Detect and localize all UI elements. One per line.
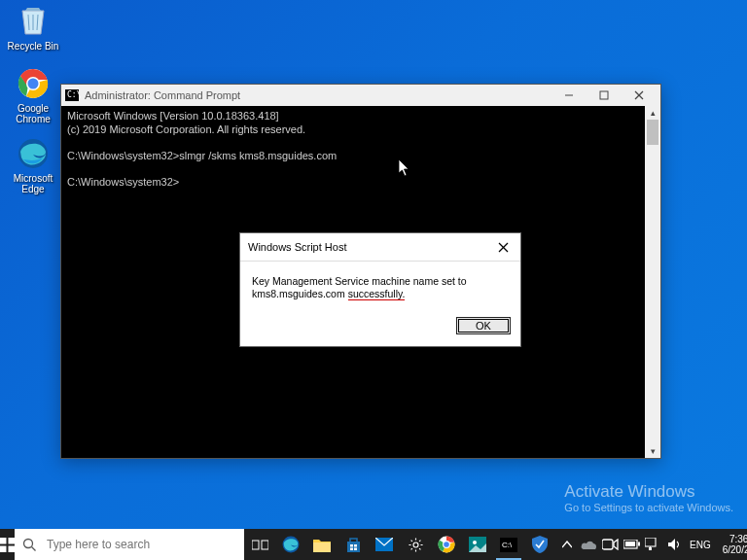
desktop: Recycle Bin Google Chrome Microsoft Edge…: [0, 0, 747, 560]
desktop-icon-edge[interactable]: Microsoft Edge: [6, 136, 60, 194]
dialog-titlebar[interactable]: Windows Script Host: [240, 233, 520, 262]
tray-network-icon[interactable]: [643, 529, 662, 560]
maximize-button[interactable]: [587, 85, 622, 106]
scroll-thumb[interactable]: [647, 120, 658, 145]
tray-battery-icon[interactable]: [622, 529, 641, 560]
desktop-icon-chrome[interactable]: Google Chrome: [6, 66, 60, 124]
search-icon: [22, 538, 37, 552]
taskbar-app-settings[interactable]: [400, 529, 431, 560]
minimize-button[interactable]: [551, 85, 587, 106]
svg-rect-12: [0, 545, 7, 552]
scroll-up-icon[interactable]: ▴: [645, 106, 660, 120]
system-tray: ENG 7:36 PM 6/20/2021: [555, 529, 747, 560]
svg-rect-32: [602, 540, 613, 549]
start-button[interactable]: [0, 529, 15, 560]
svg-text:C:\: C:\: [502, 541, 513, 549]
taskbar-app-mail[interactable]: [369, 529, 400, 560]
edge-icon: [16, 136, 51, 171]
dialog-close-button[interactable]: [493, 239, 513, 255]
tray-time: 7:36 PM: [723, 534, 747, 544]
desktop-icon-recycle-bin[interactable]: Recycle Bin: [6, 4, 60, 52]
svg-rect-34: [638, 542, 640, 546]
script-host-dialog: Windows Script Host Key Management Servi…: [239, 232, 521, 347]
scrollbar[interactable]: ▴ ▾: [645, 106, 660, 458]
taskbar-app-edge[interactable]: [275, 529, 306, 560]
svg-rect-5: [600, 91, 608, 99]
chrome-icon: [16, 66, 51, 101]
recycle-bin-icon: [16, 4, 51, 39]
scroll-track[interactable]: [645, 120, 660, 444]
dialog-title: Windows Script Host: [248, 241, 346, 253]
window-title: Administrator: Command Prompt: [85, 89, 240, 101]
svg-point-14: [24, 539, 33, 547]
svg-rect-37: [649, 547, 652, 550]
svg-rect-19: [313, 542, 331, 552]
tray-onedrive-icon[interactable]: [579, 529, 598, 560]
svg-rect-22: [350, 547, 353, 550]
svg-rect-23: [354, 547, 357, 550]
close-button[interactable]: [622, 85, 657, 106]
desktop-icon-label: Google Chrome: [6, 103, 60, 124]
desktop-icon-label: Microsoft Edge: [6, 173, 60, 194]
watermark-subtitle: Go to Settings to activate Windows.: [564, 502, 733, 513]
svg-point-2: [28, 79, 39, 89]
tray-clock[interactable]: 7:36 PM 6/20/2021: [717, 534, 747, 555]
svg-point-29: [473, 541, 477, 544]
tray-date: 6/20/2021: [723, 544, 747, 555]
svg-rect-20: [350, 544, 353, 547]
svg-rect-16: [252, 541, 259, 549]
window-titlebar[interactable]: C:\ Administrator: Command Prompt: [61, 85, 660, 106]
taskbar: C:\ ENG: [0, 529, 747, 560]
taskbar-app-photos[interactable]: [462, 529, 493, 560]
scroll-down-icon[interactable]: ▾: [645, 444, 660, 458]
ok-button[interactable]: OK: [456, 317, 511, 334]
taskbar-app-explorer[interactable]: [306, 529, 338, 560]
taskbar-app-security[interactable]: [524, 529, 555, 560]
tray-volume-icon[interactable]: [664, 529, 684, 560]
svg-point-25: [413, 542, 418, 547]
svg-rect-35: [625, 542, 635, 546]
svg-rect-10: [0, 538, 7, 544]
taskbar-app-store[interactable]: [338, 529, 369, 560]
cmd-icon: C:\: [65, 89, 79, 101]
dialog-message: Key Management Service machine name set …: [240, 262, 520, 310]
svg-rect-17: [262, 541, 268, 549]
svg-point-27: [444, 542, 450, 548]
tray-language[interactable]: ENG: [686, 540, 715, 550]
tray-show-hidden-icon[interactable]: [557, 529, 577, 560]
svg-line-15: [32, 546, 36, 550]
activate-windows-watermark: Activate Windows Go to Settings to activ…: [564, 482, 733, 513]
desktop-icon-label: Recycle Bin: [6, 41, 60, 52]
task-view-button[interactable]: [244, 529, 275, 560]
svg-rect-36: [645, 538, 656, 546]
svg-rect-21: [354, 544, 357, 547]
taskbar-app-cmd[interactable]: C:\: [493, 529, 524, 560]
taskbar-search[interactable]: [15, 529, 244, 560]
search-input[interactable]: [47, 538, 236, 551]
taskbar-app-chrome[interactable]: [431, 529, 462, 560]
watermark-title: Activate Windows: [564, 482, 733, 502]
tray-meet-now-icon[interactable]: [600, 529, 620, 560]
